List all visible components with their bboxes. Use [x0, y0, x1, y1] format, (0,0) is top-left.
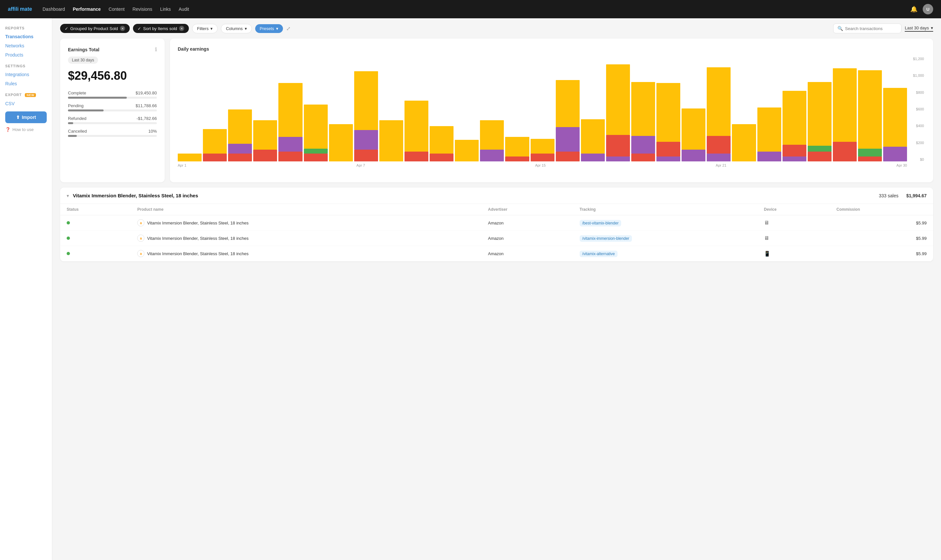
toolbar: ✓ Grouped by Product Sold ✕ ✓ Sort by It…: [60, 23, 933, 33]
bar-segment: [606, 157, 630, 162]
table-row: a Vitamix Immersion Blender, Stainless S…: [60, 231, 933, 246]
metric-pending-label: Pending: [68, 103, 84, 108]
bar-segment: [228, 109, 252, 144]
x-label-apr21: Apr 21: [716, 163, 726, 167]
chart-title: Daily earnings: [178, 46, 925, 52]
bar-segment: [178, 154, 201, 162]
import-button[interactable]: ⬆ Import: [5, 111, 47, 123]
sidebar-item-rules[interactable]: Rules: [5, 80, 47, 88]
search-box[interactable]: 🔍: [833, 23, 901, 33]
transactions-table: Status Product name Advertiser Tracking …: [60, 204, 933, 262]
bar-segment: [757, 152, 781, 162]
how-to-use-link[interactable]: ❓ How to use: [5, 127, 47, 132]
collapse-chevron-icon: ▾: [67, 193, 69, 198]
sort-by-chip[interactable]: ✓ Sort by Items sold ✕: [133, 24, 189, 33]
bar-segment: [858, 157, 882, 162]
notifications-bell-icon[interactable]: 🔔: [910, 6, 918, 13]
row-advertiser: Amazon: [481, 215, 573, 231]
search-input[interactable]: [845, 26, 897, 31]
table-row: a Vitamix Immersion Blender, Stainless S…: [60, 246, 933, 262]
expand-icon[interactable]: ⤢: [286, 26, 291, 32]
check-icon: ✓: [65, 26, 68, 31]
x-axis: Apr 1 Apr 7 Apr 15 Apr 21 Apr 30: [178, 163, 925, 167]
bar-col-22: [732, 57, 756, 162]
bar-segment: [808, 152, 832, 162]
metric-pending-bar-bg: [68, 109, 157, 111]
bar-col-28: [883, 57, 907, 162]
sidebar-item-csv[interactable]: CSV: [5, 100, 47, 108]
bar-segment: [631, 82, 655, 136]
bar-col-2: [228, 57, 252, 162]
product-group-title: Vitamix Immersion Blender, Stainless Ste…: [73, 193, 875, 198]
bar-col-8: [379, 57, 403, 162]
nav-revisions[interactable]: Revisions: [132, 5, 152, 13]
y-axis-label: $1,000: [908, 74, 924, 77]
bar-col-4: [278, 57, 302, 162]
brand-name-part2: mate: [20, 6, 32, 12]
nav-performance[interactable]: Performance: [73, 5, 101, 13]
chevron-down-icon4: ▾: [931, 26, 933, 31]
sort-by-label: Sort by Items sold: [143, 26, 177, 31]
commission-amount: $1,994.67: [906, 193, 927, 198]
date-range-selector[interactable]: Last 30 days ▾: [905, 26, 933, 32]
bar-segment: [203, 129, 227, 154]
bar-segment: [203, 154, 227, 162]
bar-segment: [430, 126, 454, 154]
metric-cancelled-label: Cancelled: [68, 129, 87, 134]
chart-area: [178, 57, 925, 162]
bar-col-11: [455, 57, 479, 162]
info-icon[interactable]: ℹ: [155, 46, 157, 52]
bar-segment: [304, 154, 328, 162]
filters-label: Filters: [197, 26, 208, 31]
nav-content[interactable]: Content: [109, 5, 125, 13]
sort-by-remove-icon[interactable]: ✕: [179, 26, 184, 31]
metric-pending-bar-fill: [68, 109, 104, 111]
bar-segment: [631, 154, 655, 162]
bar-segment: [228, 154, 252, 162]
bar-segment: [253, 150, 277, 162]
grouped-by-remove-icon[interactable]: ✕: [120, 26, 125, 31]
tracking-badge3: /vitamix-alternative: [580, 251, 618, 257]
brand-logo[interactable]: affilimate: [8, 6, 32, 12]
status-dot-green: [67, 221, 70, 225]
grouped-by-chip[interactable]: ✓ Grouped by Product Sold ✕: [60, 24, 130, 33]
presets-button[interactable]: Presets ▾: [255, 24, 283, 33]
bar-segment: [329, 124, 353, 162]
y-axis-label: $400: [908, 124, 924, 128]
bar-segment: [505, 137, 529, 157]
nav-audit[interactable]: Audit: [179, 5, 189, 13]
product-group: ▾ Vitamix Immersion Blender, Stainless S…: [60, 188, 933, 262]
bar-segment: [833, 142, 857, 162]
bar-segment: [480, 150, 504, 162]
metric-complete-bar-fill: [68, 97, 127, 98]
mobile-icon: 📱: [764, 251, 770, 257]
row-status: [60, 231, 131, 246]
sidebar-item-products[interactable]: Products: [5, 51, 47, 59]
status-dot-green2: [67, 237, 70, 240]
bar-segment: [783, 145, 806, 157]
sidebar-item-integrations[interactable]: Integrations: [5, 71, 47, 78]
bar-segment: [657, 142, 680, 157]
bar-col-5: [304, 57, 328, 162]
row-device: 🖥: [757, 231, 830, 246]
bar-segment: [657, 83, 680, 142]
filters-button[interactable]: Filters ▾: [192, 24, 218, 33]
bar-segment: [404, 101, 428, 152]
bar-segment: [783, 91, 806, 145]
col-header-commission: Commission: [830, 204, 933, 215]
sidebar-item-transactions[interactable]: Transactions: [5, 33, 47, 40]
columns-button[interactable]: Columns ▾: [221, 24, 252, 33]
nav-dashboard[interactable]: Dashboard: [43, 5, 65, 13]
user-avatar[interactable]: U: [923, 4, 933, 14]
product-group-header[interactable]: ▾ Vitamix Immersion Blender, Stainless S…: [60, 188, 933, 204]
bar-segment: [530, 139, 555, 154]
main-content: ✓ Grouped by Product Sold ✕ ✓ Sort by It…: [52, 18, 941, 560]
row-commission: $5.99: [830, 215, 933, 231]
row-device: 🖥: [757, 215, 830, 231]
nav-links[interactable]: Links: [160, 5, 171, 13]
y-axis-label: $200: [908, 141, 924, 145]
sidebar-item-networks[interactable]: Networks: [5, 42, 47, 50]
bar-col-26: [833, 57, 857, 162]
bar-col-12: [480, 57, 504, 162]
sales-count: 333 sales: [879, 193, 898, 198]
